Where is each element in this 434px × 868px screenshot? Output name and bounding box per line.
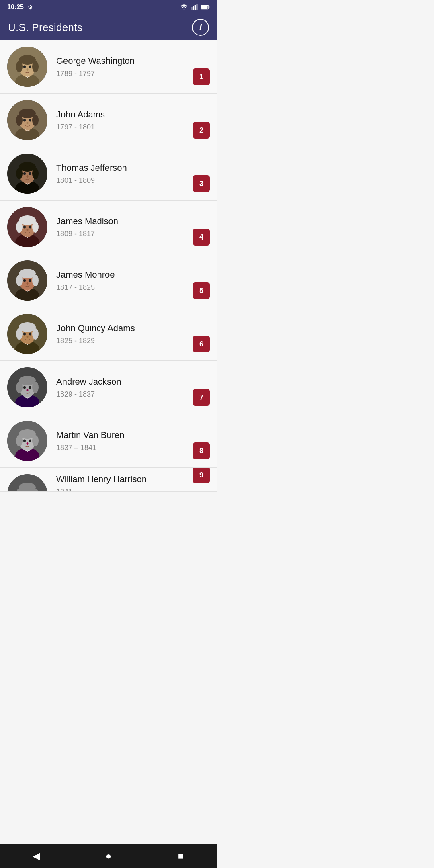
svg-point-78 xyxy=(16,382,23,393)
svg-point-93 xyxy=(27,442,29,445)
president-info: James Madison 1809 - 1817 xyxy=(47,216,193,238)
president-years: 1789 - 1797 xyxy=(56,70,193,78)
president-name: Martin Van Buren xyxy=(56,430,193,440)
svg-point-91 xyxy=(23,440,26,442)
number-badge: 3 xyxy=(193,175,210,192)
svg-point-27 xyxy=(27,122,29,124)
svg-point-71 xyxy=(27,336,29,338)
svg-point-67 xyxy=(16,328,23,340)
svg-point-16 xyxy=(27,68,29,71)
president-name: William Henry Harrison xyxy=(56,474,193,485)
svg-point-24 xyxy=(32,115,39,126)
svg-point-34 xyxy=(16,168,23,179)
svg-point-36 xyxy=(23,172,26,175)
number-badge: 1 xyxy=(193,68,210,85)
avatar xyxy=(7,47,47,87)
number-badge: 4 xyxy=(193,229,210,246)
list-item[interactable]: John Adams 1797 - 1801 2 xyxy=(0,94,217,147)
svg-point-92 xyxy=(29,440,31,442)
avatar xyxy=(7,314,47,354)
settings-icon: ⚙ xyxy=(28,4,33,10)
president-years: 1841 xyxy=(56,488,193,492)
president-name: John Quincy Adams xyxy=(56,323,193,334)
svg-point-79 xyxy=(32,382,39,393)
president-years: 1829 - 1837 xyxy=(56,390,193,399)
svg-point-26 xyxy=(29,119,31,122)
svg-rect-5 xyxy=(201,6,208,9)
president-name: Andrew Jackson xyxy=(56,377,193,387)
list-item[interactable]: James Madison 1809 - 1817 4 xyxy=(0,201,217,254)
svg-point-89 xyxy=(16,435,23,446)
svg-point-35 xyxy=(32,168,39,179)
status-time: 10:25 xyxy=(7,4,24,11)
svg-point-90 xyxy=(32,435,39,446)
wifi-icon xyxy=(180,4,188,10)
president-years: 1801 - 1809 xyxy=(56,176,193,185)
svg-point-38 xyxy=(27,175,29,178)
svg-point-81 xyxy=(29,386,31,389)
signal-icon xyxy=(191,4,198,10)
avatar xyxy=(7,474,47,492)
app-title: U.S. Presidents xyxy=(8,21,82,34)
number-badge: 9 xyxy=(193,468,210,483)
list-item[interactable]: Andrew Jackson 1829 - 1837 7 xyxy=(0,361,217,414)
svg-point-14 xyxy=(23,66,26,68)
svg-point-46 xyxy=(32,221,39,233)
number-badge: 8 xyxy=(193,442,210,459)
svg-rect-6 xyxy=(209,6,209,8)
president-info: George Washington 1789 - 1797 xyxy=(47,56,193,78)
svg-point-15 xyxy=(29,66,31,68)
president-years: 1825 - 1829 xyxy=(56,337,193,345)
list-item[interactable]: Martin Van Buren 1837 – 1841 8 xyxy=(0,414,217,468)
svg-point-49 xyxy=(27,229,29,231)
number-badge: 6 xyxy=(193,336,210,352)
svg-point-25 xyxy=(23,119,26,122)
battery-icon xyxy=(201,4,210,10)
status-icons xyxy=(180,4,210,10)
president-list: George Washington 1789 - 1797 1 John Ada… xyxy=(0,40,217,516)
president-name: James Madison xyxy=(56,216,193,227)
list-item[interactable]: George Washington 1789 - 1797 1 xyxy=(0,40,217,94)
svg-point-60 xyxy=(27,282,29,285)
president-info: John Adams 1797 - 1801 xyxy=(47,109,193,131)
president-name: George Washington xyxy=(56,56,193,66)
svg-point-59 xyxy=(29,279,31,282)
list-item[interactable]: John Quincy Adams 1825 - 1829 6 xyxy=(0,307,217,361)
president-name: John Adams xyxy=(56,109,193,120)
svg-point-57 xyxy=(32,275,39,286)
president-info: Martin Van Buren 1837 – 1841 xyxy=(47,430,193,452)
avatar xyxy=(7,100,47,140)
avatar xyxy=(7,421,47,461)
svg-point-58 xyxy=(23,279,26,282)
list-item[interactable]: Thomas Jefferson 1801 - 1809 3 xyxy=(0,147,217,201)
svg-point-48 xyxy=(29,226,31,229)
svg-point-23 xyxy=(16,115,23,126)
president-years: 1837 – 1841 xyxy=(56,444,193,452)
svg-point-68 xyxy=(32,328,39,340)
svg-rect-1 xyxy=(193,6,194,10)
president-info: Thomas Jefferson 1801 - 1809 xyxy=(47,163,193,185)
status-bar: 10:25 ⚙ xyxy=(0,0,217,14)
svg-point-37 xyxy=(29,172,31,175)
svg-rect-0 xyxy=(192,7,193,10)
svg-point-70 xyxy=(29,333,31,336)
list-item[interactable]: James Monroe 1817 - 1825 5 xyxy=(0,254,217,307)
avatar xyxy=(7,260,47,301)
president-info: James Monroe 1817 - 1825 xyxy=(47,270,193,292)
president-name: James Monroe xyxy=(56,270,193,280)
svg-rect-2 xyxy=(195,5,196,10)
president-info: William Henry Harrison 1841 xyxy=(47,474,193,492)
president-years: 1817 - 1825 xyxy=(56,283,193,292)
svg-point-13 xyxy=(32,61,39,72)
svg-point-69 xyxy=(23,333,26,336)
svg-point-82 xyxy=(27,389,29,391)
svg-rect-3 xyxy=(197,4,198,10)
president-years: 1797 - 1801 xyxy=(56,123,193,131)
number-badge: 7 xyxy=(193,389,210,406)
info-button[interactable]: i xyxy=(192,19,209,36)
number-badge: 5 xyxy=(193,282,210,299)
avatar xyxy=(7,154,47,194)
list-item[interactable]: William Henry Harrison 1841 9 xyxy=(0,468,217,492)
president-years: 1809 - 1817 xyxy=(56,230,193,238)
number-badge: 2 xyxy=(193,122,210,139)
